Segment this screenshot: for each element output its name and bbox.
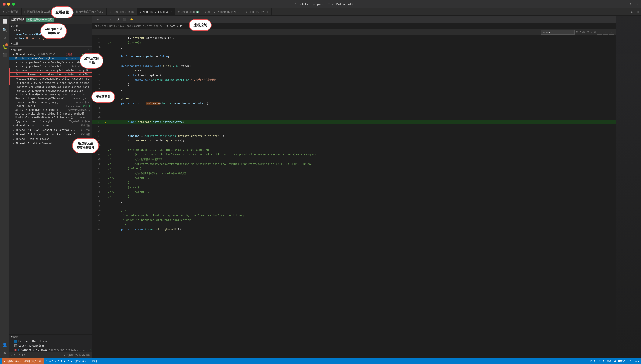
line-num-56: 56 [92, 45, 103, 50]
sidebar-item-debug[interactable]: 🐛 1 [1, 43, 9, 50]
debug-step-over-button[interactable]: ↷ [94, 16, 100, 22]
debug-play-button[interactable]: ▶ 远程调试Android应用 [26, 18, 54, 22]
debug-stop-button[interactable]: ⬛ [121, 16, 127, 22]
sidebar-item-search[interactable]: 🔍 [1, 26, 9, 34]
stack-frame-execute[interactable]: TransactionExecutor.execute(ClientTransa… [9, 89, 92, 93]
stack-frame-performcreate[interactable]: Activity.performCreate(Bundle) Activity.… [9, 64, 92, 68]
stack-frame-launchitem[interactable]: LaunchActivityItem.execute(ClientTransac… [9, 81, 92, 85]
thread-jit-status: 正在运行 [81, 133, 90, 136]
sidebar-item-settings[interactable]: ⚙ [1, 349, 9, 357]
line-num-94: 94 [92, 227, 103, 232]
thread-jit[interactable]: ▶ Thread [Jit thread pool worker thread … [9, 132, 92, 136]
stack-frame-zygote[interactable]: ZygoteInit.main(String[]) ZygoteInit.jav… [9, 120, 92, 123]
stack-frame-performlaunch[interactable]: ActivityThread.performLaunchActivity(Act… [9, 72, 92, 76]
line-content-85: // }else { [107, 185, 615, 190]
bp-uncaught[interactable]: Uncaught Exceptions [9, 340, 92, 344]
debug-connect-button[interactable]: ⚡ [128, 16, 134, 22]
thread-resume-icon[interactable]: ▶ [82, 53, 84, 56]
maximize-button[interactable] [12, 2, 15, 6]
more-tabs-icon[interactable]: ⋯ [634, 10, 636, 14]
bp-uncaught-checkbox[interactable] [15, 340, 17, 343]
bc-sep5: › [132, 24, 133, 27]
tab-mainactivity-java[interactable]: ☕ MainActivity.java ✕ [137, 8, 175, 16]
find-input[interactable] [541, 30, 574, 34]
debug-restart-button[interactable]: ↺ [115, 16, 121, 22]
play-icon: ▶ [28, 18, 29, 21]
status-line-col[interactable]: 行 71，列 1 [590, 360, 604, 363]
status-bar: ▶ 远程调试Android应用(用户设置) ⑂ ⊘ 0 △ 3 ℹ 0 19 ▶… [0, 358, 641, 364]
thread-main[interactable]: ▼ Thread [main] 因 BREAKPOINT 已暂停 ▶ ↷ ↓ ↑ [9, 52, 92, 57]
status-spaces[interactable]: 空格: 4 [607, 360, 616, 363]
thread-finalizer[interactable]: ▶ Thread [FinalizerDaemon] 正在运行 [9, 141, 92, 146]
stack-frame-invoke[interactable]: Method.invoke(Object,Object[])[native me… [9, 112, 92, 116]
line-content-58: boolean newException = false; [107, 54, 615, 59]
status-encoding[interactable]: UTF-8 [618, 360, 625, 363]
split-editor-icon[interactable]: ⊞ [630, 2, 631, 6]
stack-frame-handlelaunch[interactable]: ActivityThread.handleLaunchActivity(Acti… [9, 76, 92, 81]
bp-mainactivity[interactable]: MainActivity.java app/src/main/java/... … [9, 348, 92, 352]
thread-step-out-icon[interactable]: ↑ [89, 53, 90, 56]
code-editor[interactable]: 54 tv.setText(stringFromJNI()); 55 // },… [92, 36, 615, 358]
tab-activitythread-java[interactable]: ☕ ActivityThread.java 1 [202, 8, 243, 16]
bp-caught-checkbox[interactable] [15, 344, 17, 347]
debug-step-into-button[interactable]: ↓ [101, 16, 107, 22]
sidebar-item-explorer[interactable]: ⬜ [1, 18, 9, 25]
var-item-this[interactable]: ▶ this: MainActivity@26 [9, 36, 92, 40]
thread-controls: ▶ ↷ ↓ ↑ [82, 53, 90, 56]
status-debug-label[interactable]: ▶ 远程调试Android应用(用户设置) [2, 358, 44, 364]
stack-frame-main[interactable]: ActivityThread.main(String[]) ActivityTh… [9, 108, 92, 112]
stack-frame-performcreate2[interactable]: Activity.performCreate(Bundle,Persistabl… [9, 60, 92, 64]
tab-run-debug[interactable]: ▶ 运行和调试 [0, 8, 22, 16]
tab-debug-cpp[interactable]: ⚙ Debug.cpp 2 [175, 8, 202, 16]
status-language[interactable]: Java [633, 360, 639, 363]
thread-adb[interactable]: ▶ Thread [ADB-JDWP Connection Control ..… [9, 128, 92, 132]
split-view-icon[interactable]: ⊟ [637, 10, 639, 14]
callstack-header[interactable]: ▼ 调用堆栈 ⋯ [9, 47, 92, 52]
var-item-saved-instance[interactable]: savedInstanceState: null [9, 32, 92, 36]
close-panel-icon[interactable]: ✕ [637, 2, 638, 6]
line-content-84: // } [107, 180, 615, 185]
stack-frame-loop[interactable]: Looper.loop() Looper.java 288:1 [9, 104, 92, 108]
sidebar-item-accounts[interactable]: 👤 [1, 341, 9, 348]
tab-close-icon[interactable]: ✕ [171, 10, 172, 13]
bp-caught[interactable]: Caught Exceptions [9, 344, 92, 348]
stack-frame-runtimeinit[interactable]: RuntimeInit$MethodAndArgsCalller.run() R… [9, 116, 92, 120]
callstack-more-icon[interactable]: ⋯ [88, 48, 90, 51]
watch-header[interactable]: ▶ 监视 [9, 41, 92, 46]
minimize-button[interactable] [7, 2, 10, 6]
sidebar-item-source-control[interactable]: ⑂ [1, 34, 9, 42]
thread-heap[interactable]: ▶ Thread [HeapTaskDaemon] 正在运行 [9, 136, 92, 141]
bp-mainactivity-checkbox[interactable] [18, 349, 19, 352]
stack-frame-executecallbacks[interactable]: TransactionExecutor.executeCallbacks(Cli… [9, 85, 92, 89]
code-line-86: 86 //// doText(); [92, 190, 615, 194]
variables-header[interactable]: ▼ 变量 [9, 24, 92, 29]
run-debug-icon[interactable]: ▶ [631, 10, 633, 14]
stack-frame-oncreate[interactable]: MainActivity.onCreate(Bundle) MainActivi… [9, 57, 92, 60]
more-actions-icon[interactable]: ⋯ [633, 2, 635, 6]
thread-step-into-icon[interactable]: ↓ [87, 53, 88, 56]
variables-local-group[interactable]: ▼ Local [9, 29, 92, 32]
bp-close-icon[interactable]: ✕ [86, 348, 88, 352]
find-prev-button[interactable]: ↑ [597, 30, 602, 34]
sidebar-item-extensions[interactable]: ⬛ [1, 51, 9, 59]
breakpoints-header[interactable]: ▼ 断点 [9, 334, 92, 340]
stack-frame-loooponce[interactable]: Looper.loopOnce(Looper,long,int) Looper.… [9, 100, 92, 104]
close-button[interactable] [3, 2, 6, 6]
thread-signal-catcher[interactable]: ▶ Thread [Signal Catcher] 正在运行 [9, 123, 92, 128]
find-next-button[interactable]: ↓ [603, 30, 608, 34]
find-close-button[interactable]: ✕ [609, 30, 614, 34]
callstack-section: ▼ 调用堆栈 ⋯ ▼ Thread [main] 因 BREAKPOINT 已暂… [9, 47, 92, 334]
stack-frame-dispatchmessage[interactable]: Handler.dispatchMessage(Message) Handler… [9, 96, 92, 100]
tab-looper-java[interactable]: ☕ Looper.java 1 [243, 8, 272, 16]
tab-memory-md[interactable]: 📝 android 如何分析应用的内存.md [57, 8, 107, 16]
debug-step-out-button[interactable]: ↑ [108, 16, 114, 22]
frame-name-dispatchmessage: Handler.dispatchMessage(Message) [15, 97, 64, 100]
thread-step-over-icon[interactable]: ↷ [84, 53, 86, 56]
stack-frame-handlemessage[interactable]: ActivityThread$H.handleMessage(Message) … [9, 93, 92, 96]
tab-settings-json[interactable]: {} settings.json [107, 8, 137, 16]
stack-frame-callactivity[interactable]: Instrumentation.callActivityOnCreate(Act… [9, 68, 92, 72]
bp-edit-icon[interactable]: ✏ [83, 348, 85, 352]
frame-name-main: ActivityThread.main(String[]) [15, 108, 60, 111]
status-line-ending[interactable]: LF [628, 360, 630, 363]
tab-debug-android[interactable]: ▶ 远程调试Android应用 [22, 8, 57, 16]
